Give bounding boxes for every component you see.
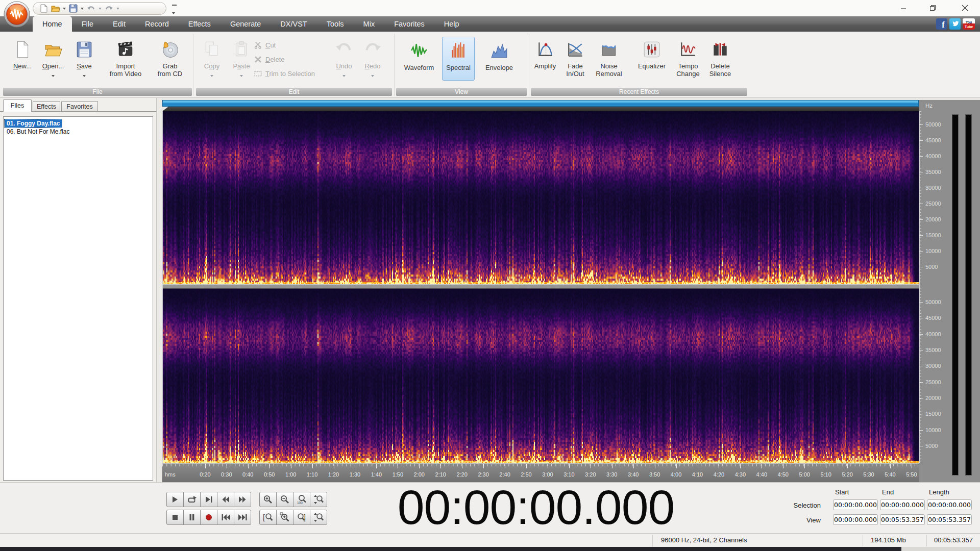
spectral-view-button[interactable]: Spectral: [442, 37, 475, 81]
open-button[interactable]: Open...: [38, 34, 68, 85]
open-label: Open...: [38, 62, 68, 70]
overview-scrollbar[interactable]: [162, 100, 919, 107]
selection-length-field[interactable]: 00:00:00.000: [927, 499, 972, 510]
zoom-out-button[interactable]: [276, 492, 293, 507]
undo-dropdown-arrow[interactable]: [99, 8, 102, 10]
tab-file[interactable]: File: [72, 16, 103, 32]
tab-dxvst[interactable]: DX/VST: [271, 16, 316, 32]
close-button[interactable]: [952, 0, 977, 15]
tab-tools[interactable]: Tools: [317, 16, 354, 32]
column-header-length: Length: [929, 488, 949, 496]
selection-start-field[interactable]: 00:00:00.000: [833, 499, 878, 510]
play-to-end-button[interactable]: [200, 492, 217, 507]
tab-help[interactable]: Help: [434, 16, 469, 32]
save-file-icon[interactable]: [69, 4, 78, 13]
tab-favorites-panel[interactable]: Favorites: [61, 101, 98, 112]
zoom-100-button[interactable]: 100: [293, 492, 310, 507]
tempo-change-button[interactable]: TempoChange: [673, 34, 703, 85]
undo-dropdown-arrow[interactable]: [342, 75, 346, 77]
open-dropdown-arrow[interactable]: [63, 8, 66, 10]
time-major-tick: [912, 464, 912, 468]
tab-files[interactable]: Files: [3, 99, 32, 112]
copy-dropdown-arrow[interactable]: [210, 75, 213, 77]
trim-to-selection-button[interactable]: Trim to Selection: [254, 67, 336, 80]
view-start-field[interactable]: 00:00:00.000: [833, 514, 878, 525]
tab-effects-panel[interactable]: Effects: [33, 101, 60, 112]
facebook-icon[interactable]: f: [936, 18, 947, 30]
save-button[interactable]: Save: [70, 34, 98, 85]
delete-button[interactable]: Delete: [254, 53, 331, 65]
selection-end-field[interactable]: 00:00:00.000: [880, 499, 925, 510]
new-button[interactable]: New...: [8, 34, 37, 85]
fast-forward-button[interactable]: [234, 492, 251, 507]
playhead-cursor[interactable]: [162, 111, 163, 463]
tab-edit[interactable]: Edit: [103, 16, 135, 32]
new-file-icon[interactable]: [39, 4, 48, 13]
view-end-field[interactable]: 00:05:53.357: [880, 514, 925, 525]
file-list[interactable]: 01. Foggy Day.flac 06. But Not For Me.fl…: [3, 116, 153, 481]
spectrogram-canvas[interactable]: [162, 111, 919, 463]
open-file-icon[interactable]: [51, 4, 60, 13]
delete-icon: [254, 56, 262, 63]
undo-icon[interactable]: [87, 4, 95, 13]
noise-removal-button[interactable]: NoiseRemoval: [591, 34, 627, 85]
panel-splitter[interactable]: [156, 98, 162, 482]
list-item[interactable]: 06. But Not For Me.flac: [5, 128, 152, 136]
loop-button[interactable]: [183, 492, 201, 507]
redo-dropdown-arrow[interactable]: [116, 8, 119, 10]
time-tick-label: 4:40: [756, 471, 767, 478]
import-from-video-button[interactable]: Importfrom Video: [103, 34, 149, 85]
grab-from-cd-button[interactable]: Grabfrom CD: [152, 34, 188, 85]
cut-button[interactable]: Cut: [254, 39, 331, 51]
save-dropdown-arrow[interactable]: [83, 75, 86, 77]
stop-button[interactable]: [166, 510, 184, 525]
time-ruler[interactable]: 0:200:300:400:501:001:101:201:301:401:50…: [162, 463, 919, 482]
zoom-selection-end-button[interactable]: ]: [293, 510, 310, 525]
go-to-start-button[interactable]: [217, 510, 234, 525]
tab-record[interactable]: Record: [135, 16, 179, 32]
fade-in-out-button[interactable]: FadeIn/Out: [560, 34, 590, 85]
open-dropdown-arrow[interactable]: [52, 75, 55, 77]
tab-generate[interactable]: Generate: [220, 16, 271, 32]
record-button[interactable]: [200, 510, 217, 525]
zoom-selection-start-button[interactable]: [: [259, 510, 277, 525]
status-separator: [926, 535, 927, 546]
time-major-tick: [826, 464, 826, 468]
zoom-vertical-button[interactable]: [310, 492, 327, 507]
redo-button[interactable]: Redo: [359, 34, 386, 85]
redo-icon[interactable]: [105, 4, 113, 13]
go-to-end-button[interactable]: [234, 510, 251, 525]
customize-toolbar-button[interactable]: [170, 4, 178, 12]
twitter-icon[interactable]: [949, 18, 961, 30]
rewind-button[interactable]: [217, 492, 234, 507]
view-length-field[interactable]: 00:05:53.357: [927, 514, 972, 525]
zoom-vertical-alt-button[interactable]: [310, 510, 327, 525]
youtube-icon[interactable]: YouTube: [963, 18, 975, 30]
envelope-view-button[interactable]: Envelope: [477, 37, 522, 81]
redo-dropdown-arrow[interactable]: [371, 75, 374, 77]
copy-button[interactable]: Copy: [198, 34, 226, 85]
tab-effects[interactable]: Effects: [179, 16, 220, 32]
save-dropdown-arrow[interactable]: [81, 8, 84, 10]
tab-favorites[interactable]: Favorites: [384, 16, 434, 32]
paste-button[interactable]: Paste: [228, 34, 255, 85]
equalizer-button[interactable]: Equalizer: [632, 34, 672, 85]
app-logo[interactable]: [3, 1, 31, 28]
tab-home[interactable]: Home: [33, 16, 72, 32]
paste-dropdown-arrow[interactable]: [240, 75, 243, 77]
delete-silence-button[interactable]: DeleteSilence: [704, 34, 736, 85]
zoom-in-button[interactable]: [259, 492, 277, 507]
list-item-selected[interactable]: 01. Foggy Day.flac: [5, 119, 62, 128]
time-major-tick: [291, 464, 291, 468]
undo-button[interactable]: Undo: [331, 34, 357, 85]
overview-position-strip[interactable]: [162, 107, 919, 111]
waveform-view-button[interactable]: Waveform: [398, 37, 440, 81]
amplify-button[interactable]: Amplify: [529, 34, 561, 85]
tab-mix[interactable]: Mix: [354, 16, 385, 32]
pause-button[interactable]: [183, 510, 201, 525]
cd-icon: [152, 40, 188, 59]
play-button[interactable]: [166, 492, 184, 507]
restore-button[interactable]: [920, 0, 945, 15]
minimize-button[interactable]: [891, 0, 916, 15]
zoom-to-selection-button[interactable]: [276, 510, 293, 525]
